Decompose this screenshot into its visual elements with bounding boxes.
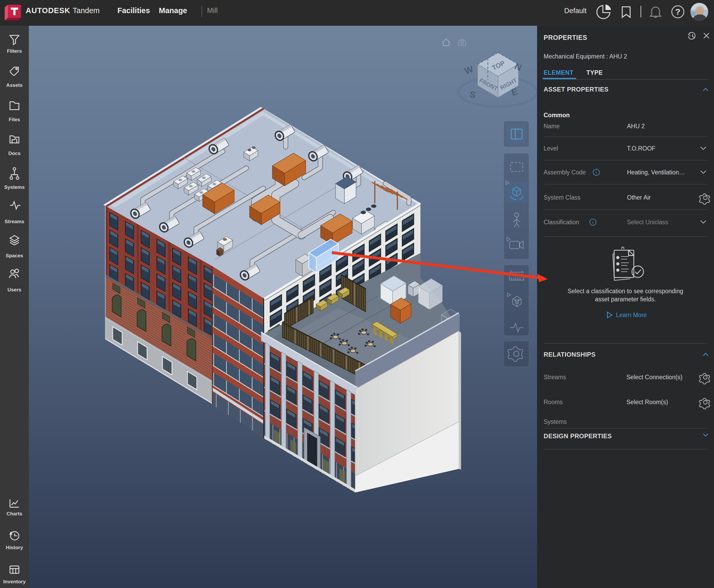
svg-text:Select a classification to see: Select a classification to see correspon… — [567, 288, 683, 295]
svg-text:T.O.ROOF: T.O.ROOF — [627, 145, 655, 152]
svg-text:Assembly Code: Assembly Code — [544, 169, 586, 176]
svg-text:Streams: Streams — [544, 374, 566, 381]
svg-text:Systems: Systems — [544, 418, 567, 425]
svg-text:Spaces: Spaces — [6, 253, 23, 258]
svg-text:Mill: Mill — [207, 6, 218, 15]
svg-text:DESIGN PROPERTIES: DESIGN PROPERTIES — [544, 433, 612, 440]
svg-text:Docs: Docs — [8, 150, 20, 156]
svg-text:S: S — [469, 89, 477, 100]
svg-text:Other Air: Other Air — [627, 194, 651, 201]
svg-text:Users: Users — [7, 287, 21, 292]
svg-text:Charts: Charts — [6, 511, 22, 517]
svg-text:Select Room(s): Select Room(s) — [626, 399, 668, 405]
svg-text:Facilities: Facilities — [117, 6, 150, 15]
svg-text:ELEMENT: ELEMENT — [544, 69, 574, 76]
svg-text:Common: Common — [544, 112, 570, 119]
svg-text:RELATIONSHIPS: RELATIONSHIPS — [544, 351, 596, 358]
svg-text:Learn More: Learn More — [616, 312, 647, 318]
svg-text:Default: Default — [564, 7, 587, 15]
svg-text:History: History — [6, 545, 23, 550]
svg-text:Select Connection(s): Select Connection(s) — [626, 374, 683, 381]
svg-text:PROPERTIES: PROPERTIES — [544, 34, 587, 41]
svg-text:Streams: Streams — [5, 219, 24, 224]
svg-text:Mechanical Equipment : AHU 2: Mechanical Equipment : AHU 2 — [544, 53, 627, 60]
svg-text:AHU 2: AHU 2 — [627, 123, 645, 130]
svg-text:i: i — [596, 170, 597, 175]
svg-text:AUTODESK: AUTODESK — [26, 6, 70, 15]
svg-text:?: ? — [675, 7, 680, 17]
svg-text:Filters: Filters — [7, 48, 22, 54]
svg-text:Files: Files — [9, 117, 20, 122]
svg-text:System Class: System Class — [544, 194, 581, 201]
svg-text:Level: Level — [544, 145, 558, 152]
svg-text:Select Uniclass: Select Uniclass — [627, 219, 668, 226]
svg-text:ASSET PROPERTIES: ASSET PROPERTIES — [544, 86, 609, 93]
svg-text:Rooms: Rooms — [544, 399, 563, 405]
svg-text:Heating, Ventilation…: Heating, Ventilation… — [627, 169, 685, 176]
svg-text:Name: Name — [544, 123, 560, 130]
svg-text:Assets: Assets — [6, 82, 23, 88]
svg-text:W: W — [463, 64, 475, 76]
svg-text:asset parameter fields.: asset parameter fields. — [595, 296, 656, 303]
svg-text:Systems: Systems — [4, 184, 25, 190]
svg-text:Classification: Classification — [544, 219, 579, 226]
svg-text:Manage: Manage — [159, 6, 187, 15]
svg-text:Inventory: Inventory — [3, 579, 26, 584]
svg-text:Tandem: Tandem — [72, 6, 100, 15]
svg-text:TYPE: TYPE — [586, 69, 603, 76]
svg-text:i: i — [592, 220, 593, 225]
svg-text:E: E — [510, 86, 519, 98]
